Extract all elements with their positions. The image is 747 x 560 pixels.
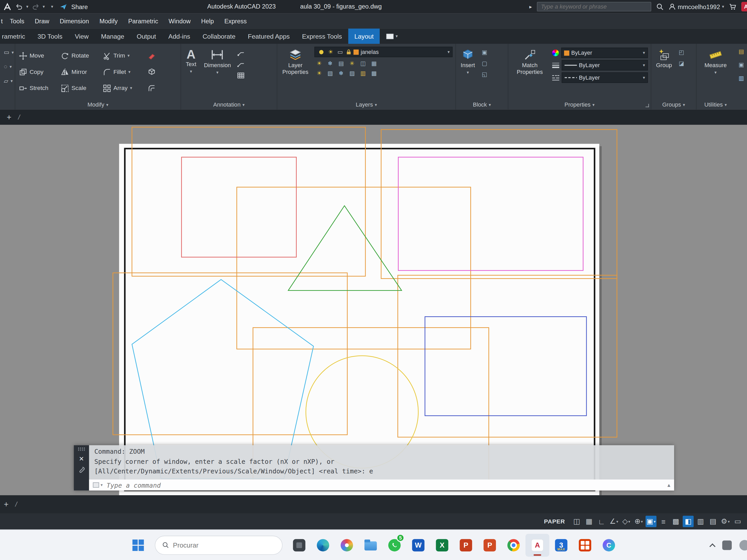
- menu-item-cropped[interactable]: t: [0, 13, 5, 28]
- command-history-expand-icon[interactable]: ▲: [667, 482, 670, 488]
- tab-express-tools[interactable]: Express Tools: [296, 28, 348, 44]
- menu-item-help[interactable]: Help: [196, 13, 219, 28]
- taskbar-search[interactable]: [155, 535, 282, 554]
- lineweight-display-icon[interactable]: ≡: [658, 516, 669, 527]
- layer-tool-icon[interactable]: ❄: [326, 60, 334, 67]
- tab-3d-tools[interactable]: 3D Tools: [31, 28, 69, 44]
- scale-button[interactable]: Scale: [60, 84, 102, 92]
- match-properties-button[interactable]: Match Properties: [511, 47, 548, 77]
- autodesk-app-icon[interactable]: A: [741, 2, 747, 11]
- drag-grip-icon[interactable]: [78, 447, 85, 452]
- command-prompt-icon[interactable]: ▾: [93, 482, 103, 488]
- tray-chevron-up-icon[interactable]: [710, 543, 715, 549]
- layer-color-chip[interactable]: [354, 49, 359, 54]
- tab-parametric-cropped[interactable]: rametric: [0, 28, 31, 44]
- command-input-row[interactable]: ▾ ▲: [89, 480, 674, 490]
- layer-tool-icon[interactable]: ▧: [326, 70, 334, 77]
- close-icon[interactable]: ✕: [79, 456, 84, 462]
- multileader-icon[interactable]: [236, 49, 244, 56]
- taskbar-word[interactable]: W: [407, 534, 430, 556]
- taskbar-app-window[interactable]: [287, 534, 311, 556]
- taskbar-whatsapp[interactable]: 5: [383, 534, 407, 556]
- mirror-button[interactable]: Mirror: [60, 68, 102, 76]
- clipboard-tool-icon[interactable]: ▤: [738, 48, 745, 55]
- menu-item-draw[interactable]: Draw: [30, 13, 54, 28]
- lineweight-dropdown[interactable]: ByLayer ▾: [562, 60, 648, 70]
- tab-view[interactable]: View: [69, 28, 95, 44]
- utilities-panel-label[interactable]: Utilities▾: [696, 101, 735, 108]
- stretch-button[interactable]: Stretch: [18, 84, 60, 92]
- create-block-icon[interactable]: ▣: [481, 49, 488, 56]
- trim-button[interactable]: Trim▾: [102, 52, 147, 60]
- menu-item-express[interactable]: Express: [219, 13, 252, 28]
- layer-properties-button[interactable]: Layer Properties: [280, 47, 311, 77]
- offset-button[interactable]: [147, 84, 159, 92]
- dimension-button[interactable]: Dimension ▾: [202, 47, 233, 76]
- taskbar-excel[interactable]: X: [430, 534, 454, 556]
- layer-tool-icon[interactable]: ▤: [337, 60, 345, 67]
- wrench-icon[interactable]: [78, 466, 85, 473]
- move-button[interactable]: Move: [18, 52, 60, 60]
- copy-button[interactable]: Copy: [18, 68, 60, 76]
- leader-icon[interactable]: [236, 60, 244, 68]
- menu-item-dimension[interactable]: Dimension: [54, 13, 94, 28]
- measure-button[interactable]: Measure ▾: [699, 47, 732, 76]
- clipboard-tool-icon[interactable]: ▥: [738, 74, 745, 82]
- viewport-toggle-icon[interactable]: ◫: [571, 516, 582, 527]
- group-edit-icon[interactable]: ◪: [677, 60, 685, 67]
- autocad-logo-icon[interactable]: [3, 2, 12, 11]
- tab-featured-apps[interactable]: Featured Apps: [242, 28, 296, 44]
- taskbar-3ds-max[interactable]: 3 MAX: [549, 534, 573, 556]
- layer-tool-icon[interactable]: ◫: [359, 60, 367, 67]
- taskbar-search-input[interactable]: [173, 541, 259, 549]
- quick-access-dropdown-icon[interactable]: ▾: [51, 4, 53, 9]
- ribbon-display-toggle[interactable]: ▾: [386, 28, 397, 44]
- layer-tool-icon[interactable]: ☀: [315, 60, 323, 67]
- tab-output[interactable]: Output: [130, 28, 162, 44]
- layer-vp-freeze-icon[interactable]: ▭: [336, 48, 344, 56]
- tray-status-icon[interactable]: [740, 540, 747, 551]
- draw-tool-icon[interactable]: ▱▾: [3, 77, 12, 85]
- tab-collaborate[interactable]: Collaborate: [196, 28, 242, 44]
- grid-icon[interactable]: ▦: [584, 516, 594, 527]
- tab-manage[interactable]: Manage: [95, 28, 130, 44]
- chevron-right-icon[interactable]: ▸: [530, 4, 532, 10]
- block-attributes-icon[interactable]: ◱: [481, 71, 488, 78]
- menu-item-window[interactable]: Window: [163, 13, 196, 28]
- command-window-rail[interactable]: ✕: [74, 445, 89, 490]
- insert-button[interactable]: Insert ▾: [459, 47, 477, 76]
- layer-dropdown-caret-icon[interactable]: ▾: [448, 50, 450, 54]
- workspace-gear-icon[interactable]: ⚙▾: [720, 516, 731, 527]
- ungroup-icon[interactable]: ◰: [677, 49, 685, 56]
- layer-tool-icon[interactable]: ▩: [370, 70, 378, 77]
- tray-app-icon[interactable]: [722, 540, 732, 550]
- transparency-icon[interactable]: ▩: [670, 516, 681, 527]
- paper-space-viewport[interactable]: [0, 125, 747, 495]
- linetype-dropdown[interactable]: ByLayer ▾: [562, 72, 648, 83]
- drawing-area[interactable]: [0, 125, 747, 495]
- start-button[interactable]: [126, 534, 150, 556]
- taskbar-photos[interactable]: [335, 534, 359, 556]
- properties-panel-label[interactable]: Properties▾: [508, 101, 651, 108]
- layer-dropdown[interactable]: ☀ ▭ janelas ▾: [314, 47, 453, 57]
- taskbar-file-explorer[interactable]: [359, 534, 383, 556]
- tab-add-ins[interactable]: Add-ins: [162, 28, 196, 44]
- menu-item-tools[interactable]: Tools: [5, 13, 30, 28]
- groups-panel-label[interactable]: Groups▾: [651, 101, 696, 108]
- layer-tool-icon[interactable]: ▥: [359, 70, 367, 77]
- clean-screen-icon[interactable]: ▭: [732, 516, 743, 527]
- edit-block-icon[interactable]: ▢: [481, 60, 488, 67]
- taskbar-edge[interactable]: [311, 534, 335, 556]
- share-icon[interactable]: [59, 3, 67, 10]
- layer-lock-icon[interactable]: [346, 49, 352, 55]
- group-button[interactable]: Group: [654, 47, 674, 70]
- taskbar-ms365[interactable]: [573, 534, 597, 556]
- properties-dialog-launcher-icon[interactable]: [646, 104, 649, 107]
- menu-item-parametric[interactable]: Parametric: [123, 13, 163, 28]
- layer-tool-icon[interactable]: ❄: [337, 70, 345, 77]
- ortho-icon[interactable]: ∟: [596, 516, 607, 527]
- annotation-panel-label[interactable]: Annotation▾: [181, 101, 277, 108]
- share-button[interactable]: Share: [71, 3, 88, 10]
- paper-sheet[interactable]: [119, 144, 599, 496]
- modify-panel-label[interactable]: Modify▾: [15, 101, 181, 108]
